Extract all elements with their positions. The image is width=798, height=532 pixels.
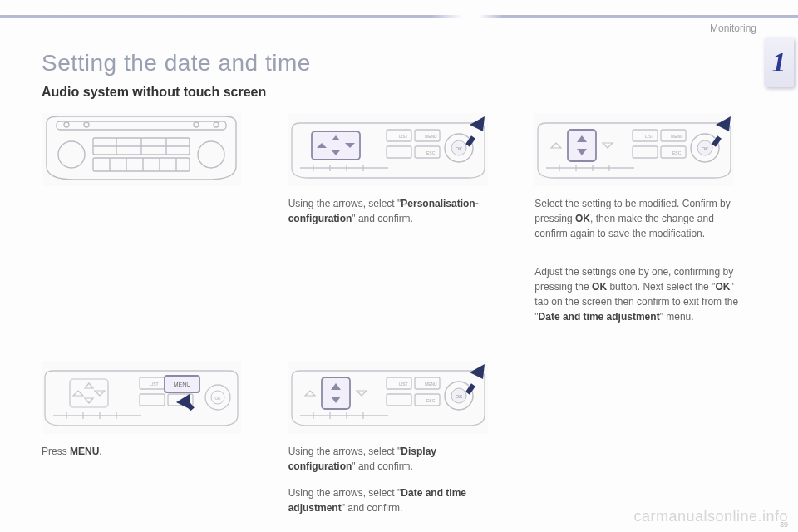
svg-rect-0 — [57, 121, 226, 130]
svg-text:MENU: MENU — [174, 382, 191, 387]
svg-text:LIST: LIST — [399, 134, 408, 139]
caption-display-config: Using the arrows, select "Display config… — [288, 444, 496, 515]
caption-select-setting: Select the setting to be modified. Confi… — [534, 196, 742, 324]
svg-text:LIST: LIST — [150, 382, 159, 387]
svg-text:MENU: MENU — [425, 382, 437, 387]
svg-rect-40 — [568, 130, 596, 161]
svg-rect-39 — [466, 135, 475, 146]
svg-text:ESC: ESC — [426, 150, 436, 155]
caption-personalisation: Using the arrows, select "Personalisatio… — [288, 196, 496, 226]
illustration-radio-unit — [42, 113, 241, 186]
page-subtitle: Audio system without touch screen — [42, 85, 756, 100]
cell-step-menu: MENU OK LIST Press MENU. — [42, 361, 264, 527]
svg-marker-56 — [85, 383, 93, 388]
svg-text:ESC: ESC — [672, 150, 682, 155]
svg-rect-78 — [466, 383, 475, 394]
page-number: 39 — [780, 520, 788, 529]
svg-marker-57 — [85, 398, 93, 403]
illustration-menu-press: MENU OK LIST — [42, 361, 241, 434]
svg-point-17 — [214, 122, 219, 127]
svg-text:MENU: MENU — [671, 134, 683, 139]
page-title: Setting the date and time — [42, 50, 756, 76]
svg-text:LIST: LIST — [399, 382, 408, 387]
top-divider — [0, 15, 798, 18]
svg-point-15 — [84, 122, 89, 127]
watermark: carmanualsonline.info — [633, 508, 788, 525]
svg-text:ESC: ESC — [426, 398, 436, 403]
cell-radio-overview — [42, 113, 264, 336]
svg-marker-69 — [305, 391, 315, 396]
svg-marker-43 — [551, 143, 561, 148]
svg-text:OK: OK — [214, 396, 221, 401]
chapter-tab: 1 — [764, 37, 794, 87]
svg-marker-55 — [95, 391, 105, 396]
cell-empty — [534, 361, 756, 527]
svg-rect-8 — [93, 158, 190, 171]
illustration-display-config: OK LIST MENU ESC — [288, 361, 488, 434]
svg-rect-52 — [712, 135, 722, 146]
svg-marker-44 — [603, 143, 613, 148]
svg-point-14 — [64, 122, 69, 127]
svg-text:OK: OK — [702, 146, 709, 151]
page-content: Setting the date and time Audio system w… — [42, 50, 756, 515]
svg-point-1 — [58, 141, 85, 168]
cell-step-display-config: OK LIST MENU ESC Using the arrows, selec… — [288, 361, 510, 527]
cell-step-personalisation: OK LIST MENU ESC Using the arrows, selec… — [288, 113, 510, 336]
svg-marker-51 — [716, 116, 731, 131]
steps-grid: OK LIST MENU ESC Using the arrows, selec… — [42, 113, 756, 527]
svg-marker-70 — [357, 391, 367, 396]
illustration-updown-select: OK LIST MENU ESC — [534, 113, 734, 186]
svg-text:MENU: MENU — [425, 134, 437, 139]
caption-menu: Press MENU. — [42, 444, 249, 459]
svg-marker-38 — [470, 116, 485, 131]
svg-text:OK: OK — [455, 146, 462, 151]
svg-marker-54 — [73, 391, 83, 396]
section-label: Monitoring — [710, 22, 756, 34]
cell-step-select-setting: OK LIST MENU ESC Select the setting to b… — [534, 113, 756, 336]
svg-rect-66 — [322, 377, 350, 409]
svg-marker-77 — [470, 364, 485, 379]
svg-point-16 — [194, 122, 199, 127]
svg-point-2 — [198, 141, 224, 168]
illustration-arrows-select: OK LIST MENU ESC — [288, 113, 488, 186]
svg-text:OK: OK — [455, 394, 462, 399]
svg-text:LIST: LIST — [645, 134, 654, 139]
